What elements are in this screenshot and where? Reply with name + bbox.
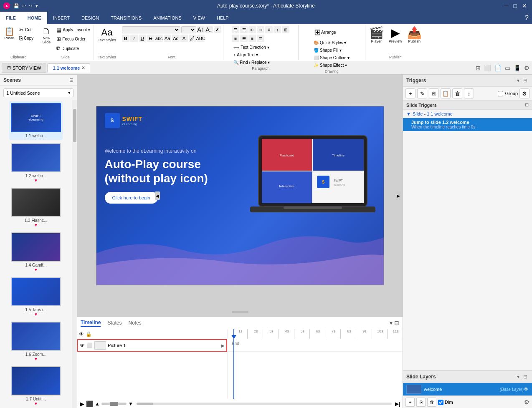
tab-insert[interactable]: INSERT bbox=[47, 12, 76, 24]
delete-layer-button[interactable]: 🗑 bbox=[427, 398, 436, 407]
font-case-button[interactable]: Aa bbox=[164, 35, 171, 42]
tab-timeline[interactable]: Timeline bbox=[81, 319, 101, 327]
publish-button[interactable]: 📤 Publish bbox=[405, 26, 424, 45]
edit-trigger-button[interactable]: ✎ bbox=[417, 88, 427, 98]
mobile-view-icon[interactable]: 📱 bbox=[513, 64, 522, 72]
font-name-select[interactable] bbox=[122, 26, 180, 33]
move-trigger-button[interactable]: ↕ bbox=[464, 88, 474, 98]
dim-checkbox[interactable] bbox=[438, 400, 443, 405]
canvas-scroll-right[interactable]: ▶ bbox=[396, 191, 401, 200]
new-slide-button[interactable]: 🗋 NewSlide bbox=[39, 26, 54, 45]
underline-button[interactable]: U bbox=[139, 35, 146, 42]
timeline-scrollbar[interactable] bbox=[137, 403, 392, 405]
line-spacing-button[interactable]: ↕ bbox=[274, 26, 281, 33]
slide-canvas[interactable]: S SWIFT eLearning Welcome to the eLearni… bbox=[96, 106, 384, 285]
justify-button[interactable]: ≣ bbox=[257, 35, 264, 42]
layer-item-welcome[interactable]: welcome (Base Layer) 👁 bbox=[403, 383, 532, 395]
clear-formatting-button[interactable]: ✗ bbox=[214, 26, 221, 33]
increase-indent-button[interactable]: ⇥ bbox=[257, 26, 264, 33]
shape-fill-button[interactable]: 🪣 Shape Fill ▾ bbox=[312, 47, 343, 53]
triggers-popout-icon[interactable]: ⊟ bbox=[522, 77, 529, 84]
align-text-button[interactable]: ↕ Align Text ▾ bbox=[232, 52, 260, 58]
preview-button[interactable]: ▶ Preview bbox=[387, 26, 404, 45]
slide-item-7[interactable]: 1.7 Untitl... ▼ bbox=[9, 365, 63, 408]
text-styles-button[interactable]: Aa Text Styles bbox=[96, 26, 118, 43]
copy-layer-button[interactable]: ⎘ bbox=[416, 398, 426, 407]
tab-notes[interactable]: Notes bbox=[129, 319, 142, 327]
timeline-minimize-icon[interactable]: ▾ bbox=[390, 320, 393, 326]
scenes-scrollbar[interactable] bbox=[72, 100, 77, 408]
group-checkbox[interactable] bbox=[498, 91, 503, 96]
slide-item-3[interactable]: 1.3 Flashc... ▼ bbox=[9, 186, 63, 229]
layer-visibility-icon[interactable]: 👁 bbox=[524, 386, 529, 392]
strikethrough-button[interactable]: S bbox=[147, 35, 155, 42]
timeline-maximize-icon[interactable]: ⊟ bbox=[394, 320, 399, 326]
eye-header-icon[interactable]: 👁 bbox=[79, 331, 84, 337]
columns-button[interactable]: ⧈ bbox=[265, 26, 273, 33]
add-layer-button[interactable]: + bbox=[405, 398, 415, 407]
layers-popout-icon[interactable]: ⊟ bbox=[522, 373, 529, 380]
font-color-button[interactable]: A bbox=[180, 35, 188, 42]
stop-button[interactable]: ⬛ bbox=[86, 400, 93, 407]
track-eye-icon[interactable]: 👁 bbox=[80, 343, 85, 348]
align-right-button[interactable]: ≡ bbox=[248, 35, 256, 42]
tab-transitions[interactable]: TRANSITIONS bbox=[105, 12, 147, 24]
shape-outline-button[interactable]: ⬜ Shape Outline ▾ bbox=[312, 55, 351, 61]
scenes-minimize-icon[interactable]: ⊟ bbox=[69, 77, 73, 83]
bold-button[interactable]: B bbox=[122, 35, 129, 42]
close-tab-icon[interactable]: ✕ bbox=[81, 65, 85, 70]
slide-cta-button[interactable]: Click here to begin bbox=[105, 192, 158, 204]
story-view-tab[interactable]: ⊞ STORY VIEW bbox=[2, 63, 46, 73]
track-expand-icon[interactable]: ▶ bbox=[221, 343, 225, 348]
undo-button[interactable]: ↩ bbox=[21, 3, 27, 10]
normal-view-icon[interactable]: ⊞ bbox=[475, 64, 481, 72]
tab-file[interactable]: FILE bbox=[0, 12, 22, 24]
restore-button[interactable]: □ bbox=[512, 3, 519, 9]
compact-view-icon[interactable]: ▭ bbox=[504, 64, 511, 72]
apply-layout-button[interactable]: ▤ Apply Layout ▾ bbox=[55, 26, 92, 34]
canvas-scroll-left[interactable]: ◀ bbox=[155, 191, 160, 200]
bullets-button[interactable]: ☰ bbox=[232, 26, 239, 33]
paste-button[interactable]: 📋 Paste bbox=[2, 26, 17, 41]
slide-only-view-icon[interactable]: ⬜ bbox=[483, 64, 492, 72]
lock-header-icon[interactable]: 🔒 bbox=[86, 331, 92, 337]
tab-animations[interactable]: ANIMATIONS bbox=[147, 12, 187, 24]
decrease-indent-button[interactable]: ⇤ bbox=[248, 26, 256, 33]
tab-home[interactable]: HOME bbox=[22, 12, 47, 24]
increase-font-size-button[interactable]: A↑ bbox=[197, 26, 205, 33]
tab-design[interactable]: DESIGN bbox=[76, 12, 105, 24]
canvas-scroll-handle[interactable] bbox=[232, 311, 248, 313]
decrease-font-size-button[interactable]: A↓ bbox=[205, 26, 213, 33]
slide-item-4[interactable]: 1.4 Gamif... ▼ bbox=[9, 231, 63, 274]
highlight-button[interactable]: 🖊 bbox=[189, 35, 196, 42]
subscript-button[interactable]: abc bbox=[155, 35, 163, 42]
font-size-select[interactable] bbox=[181, 26, 196, 33]
align-center-button[interactable]: ☰ bbox=[240, 35, 248, 42]
align-left-button[interactable]: ≡ bbox=[232, 35, 239, 42]
copy-trigger-button[interactable]: ⎘ bbox=[429, 88, 439, 98]
move-down-icon[interactable]: ▼ bbox=[128, 401, 133, 407]
slide-name-item[interactable]: ▼ Slide - 1.1 welcome bbox=[403, 110, 532, 118]
char-spacing-button[interactable]: Ac bbox=[172, 35, 180, 42]
para-more-button[interactable]: ⊞ bbox=[282, 26, 289, 33]
tab-help[interactable]: HELP bbox=[211, 12, 235, 24]
move-up-icon[interactable]: ▲ bbox=[95, 401, 100, 407]
triggers-collapse-icon[interactable]: ▾ bbox=[516, 77, 521, 84]
layers-settings-icon[interactable]: ⚙ bbox=[524, 399, 529, 405]
paste-trigger-button[interactable]: 📋 bbox=[441, 88, 451, 98]
italic-button[interactable]: I bbox=[130, 35, 138, 42]
cut-button[interactable]: ✂ Cut bbox=[18, 26, 35, 34]
find-replace-button[interactable]: 🔍 Find / Replace ▾ bbox=[232, 59, 271, 65]
tab-states[interactable]: States bbox=[107, 319, 122, 327]
help-icon[interactable]: ? bbox=[525, 14, 529, 22]
focus-order-button[interactable]: ⊞ Focus Order bbox=[55, 35, 92, 43]
add-trigger-button[interactable]: + bbox=[405, 88, 415, 98]
timeline-end-icon[interactable]: ▶| bbox=[395, 401, 400, 407]
quick-styles-button[interactable]: 🎨 Quick Styles ▾ bbox=[312, 40, 348, 46]
timeline-playhead[interactable] bbox=[233, 329, 234, 399]
triggers-settings-icon[interactable]: ⚙ bbox=[519, 88, 529, 98]
numbering-button[interactable]: ☷ bbox=[240, 26, 248, 33]
slide-item-1[interactable]: SWIFTeLearning 1.1 welco... bbox=[9, 101, 63, 140]
slide-item-2[interactable]: 1.2 welco... ▼ bbox=[9, 141, 63, 184]
scene-dropdown[interactable]: 1 Untitled Scene ▾ bbox=[3, 88, 73, 97]
